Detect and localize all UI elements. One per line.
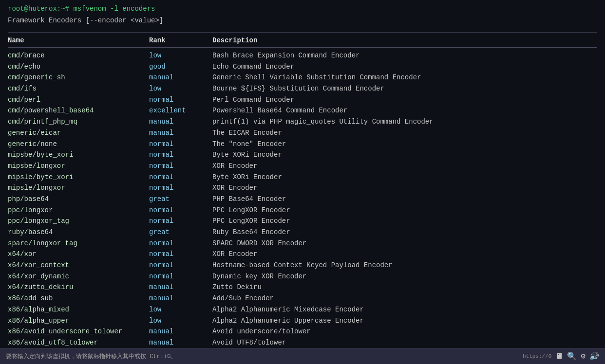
table-row: x64/xor_contextnormalHostname-based Cont… (8, 260, 597, 271)
encoder-description: Hostname-based Context Keyed Payload Enc… (212, 260, 597, 271)
encoder-name: x86/add_sub (8, 293, 149, 304)
encoder-rank: normal (149, 161, 212, 172)
encoders-table: cmd/bracelowBash Brace Expansion Command… (8, 51, 597, 348)
terminal-window: root@huterox:~# msfvenom -l encoders Fra… (0, 0, 605, 348)
table-row: x86/avoid_underscore_tolowermanualAvoid … (8, 327, 597, 337)
table-divider (8, 47, 597, 48)
encoder-description: Alpha2 Alphanumeric Mixedcase Encoder (212, 305, 597, 315)
encoder-description: Perl Command Encoder (212, 95, 597, 106)
encoder-description: Add/Sub Encoder (212, 293, 597, 304)
monitor-icon[interactable]: 🖥 (555, 352, 563, 361)
encoder-name: x86/avoid_utf8_tolower (8, 338, 149, 348)
encoder-rank: normal (149, 183, 212, 194)
encoder-rank: normal (149, 139, 212, 150)
encoder-rank: low (149, 316, 212, 327)
encoder-name: ppc/longxor (8, 205, 149, 216)
encoder-rank: normal (149, 205, 212, 216)
encoder-name: x64/xor_dynamic (8, 272, 149, 282)
table-row: sparc/longxor_tagnormalSPARC DWORD XOR E… (8, 238, 597, 249)
table-row: x86/alpha_upperlowAlpha2 Alphanumeric Up… (8, 316, 597, 327)
encoder-name: generic/none (8, 139, 149, 150)
table-row: x64/xor_dynamicnormalDynamic key XOR Enc… (8, 272, 597, 282)
table-row: cmd/printf_php_mqmanualprintf(1) via PHP… (8, 117, 597, 127)
volume-icon[interactable]: 🔊 (589, 351, 599, 361)
encoder-rank: normal (149, 216, 212, 227)
encoder-name: mipsbe/longxor (8, 161, 149, 172)
encoder-rank: excellent (149, 106, 212, 116)
table-row: x64/zutto_dekirumanualZutto Dekiru (8, 282, 597, 293)
encoder-description: The "none" Encoder (212, 139, 597, 150)
encoder-name: ruby/base64 (8, 227, 149, 238)
encoder-name: cmd/printf_php_mq (8, 117, 149, 127)
encoder-description: Avoid underscore/tolower (212, 327, 597, 337)
encoder-rank: manual (149, 282, 212, 293)
table-row: ppc/longxor_tagnormalPPC LongXOR Encoder (8, 216, 597, 227)
encoder-name: generic/eicar (8, 128, 149, 139)
encoder-rank: manual (149, 117, 212, 127)
encoder-description: Bourne ${IFS} Substitution Command Encod… (212, 84, 597, 94)
encoder-name: cmd/powershell_base64 (8, 106, 149, 116)
encoder-description: PPC LongXOR Encoder (212, 216, 597, 227)
table-row: php/base64greatPHP Base64 Encoder (8, 194, 597, 205)
table-row: x86/avoid_utf8_tolowermanualAvoid UTF8/t… (8, 338, 597, 348)
encoder-name: mipsle/longxor (8, 183, 149, 194)
table-row: cmd/ifslowBourne ${IFS} Substitution Com… (8, 84, 597, 94)
table-row: x86/add_submanualAdd/Sub Encoder (8, 293, 597, 304)
encoder-rank: great (149, 227, 212, 238)
table-row: x64/xornormalXOR Encoder (8, 249, 597, 260)
encoder-rank: normal (149, 249, 212, 260)
status-text: 要将输入定向到该虚拟机，请将鼠标指针移入其中或按 Ctrl+G。 (6, 352, 176, 361)
search-icon[interactable]: 🔍 (567, 351, 577, 361)
encoder-description: Dynamic key XOR Encoder (212, 272, 597, 282)
encoder-name: x64/xor_context (8, 260, 149, 271)
table-row: mipsle/longxornormalXOR Encoder (8, 183, 597, 194)
table-row: ppc/longxornormalPPC LongXOR Encoder (8, 205, 597, 216)
prompt-user: root@huterox:~# msfvenom -l encoders (8, 5, 155, 13)
encoder-description: PHP Base64 Encoder (212, 194, 597, 205)
url-text: https://0 (523, 353, 551, 359)
encoder-description: Byte XORi Encoder (212, 172, 597, 183)
encoder-name: cmd/brace (8, 51, 149, 61)
encoder-rank: normal (149, 150, 212, 161)
encoder-rank: manual (149, 293, 212, 304)
terminal-content: root@huterox:~# msfvenom -l encoders Fra… (0, 0, 605, 348)
table-header: Name Rank Description (8, 36, 597, 45)
encoder-rank: low (149, 305, 212, 315)
encoder-description: Zutto Dekiru (212, 282, 597, 293)
encoder-description: printf(1) via PHP magic_quotes Utility C… (212, 117, 597, 127)
encoder-name: cmd/ifs (8, 84, 149, 94)
encoder-name: x86/alpha_mixed (8, 305, 149, 315)
encoder-name: php/base64 (8, 194, 149, 205)
encoder-rank: good (149, 62, 212, 73)
encoder-rank: manual (149, 73, 212, 83)
encoder-description: Powershell Base64 Command Encoder (212, 106, 597, 116)
encoder-rank: normal (149, 272, 212, 282)
encoder-rank: normal (149, 95, 212, 106)
table-row: cmd/generic_shmanualGeneric Shell Variab… (8, 73, 597, 83)
table-row: x86/alpha_mixedlowAlpha2 Alphanumeric Mi… (8, 305, 597, 315)
settings-icon[interactable]: ⚙ (581, 351, 586, 361)
encoder-rank: manual (149, 327, 212, 337)
table-row: cmd/perlnormalPerl Command Encoder (8, 95, 597, 106)
encoder-description: Ruby Base64 Encoder (212, 227, 597, 238)
encoder-name: x64/xor (8, 249, 149, 260)
framework-header: Framework Encoders [--encoder <value>] (8, 17, 597, 24)
prompt-line: root@huterox:~# msfvenom -l encoders (8, 5, 597, 13)
encoder-name: mipsbe/byte_xori (8, 150, 149, 161)
encoder-name: mipsle/byte_xori (8, 172, 149, 183)
col-header-description: Description (212, 36, 597, 44)
encoder-rank: low (149, 84, 212, 94)
encoder-rank: manual (149, 128, 212, 139)
encoder-rank: great (149, 194, 212, 205)
encoder-description: Byte XORi Encoder (212, 150, 597, 161)
col-header-rank: Rank (149, 36, 212, 44)
encoder-description: Bash Brace Expansion Command Encoder (212, 51, 597, 61)
encoder-rank: manual (149, 338, 212, 348)
encoder-rank: normal (149, 260, 212, 271)
table-row: ruby/base64greatRuby Base64 Encoder (8, 227, 597, 238)
encoder-description: XOR Encoder (212, 183, 597, 194)
encoder-name: ppc/longxor_tag (8, 216, 149, 227)
table-row: cmd/bracelowBash Brace Expansion Command… (8, 51, 597, 61)
header-divider (8, 32, 597, 33)
table-row: mipsbe/longxornormalXOR Encoder (8, 161, 597, 172)
